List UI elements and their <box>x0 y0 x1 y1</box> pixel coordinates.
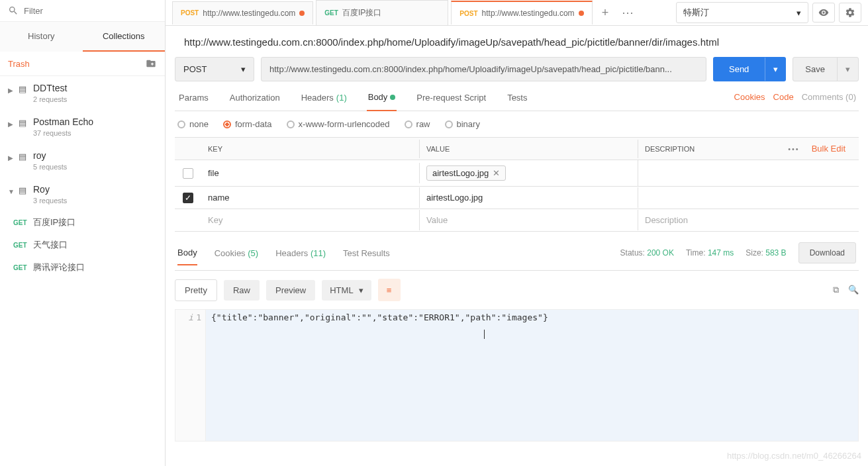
collection-name: roy <box>33 150 67 161</box>
body-type-none[interactable]: none <box>177 119 209 129</box>
row-checkbox[interactable]: ✓ <box>183 193 193 203</box>
copy-icon[interactable]: ⧉ <box>833 285 839 295</box>
save-dropdown[interactable]: ▾ <box>837 58 858 81</box>
send-button[interactable]: Send ▾ <box>713 57 786 81</box>
collection-item[interactable]: ▼ ▤ Roy3 requests <box>0 177 165 211</box>
col-value: VALUE <box>420 140 638 158</box>
download-button[interactable]: Download <box>798 242 856 263</box>
tab-body[interactable]: Body <box>367 92 397 111</box>
settings-button[interactable] <box>839 3 861 23</box>
request-item[interactable]: GET天气接口 <box>0 234 165 256</box>
response-body-editor[interactable]: i1 {"title":"banner","original":"","stat… <box>175 309 859 442</box>
resp-tab-headers[interactable]: Headers (11) <box>275 248 326 265</box>
body-type-raw[interactable]: raw <box>405 119 430 129</box>
value-cell[interactable]: airtestLogo.jpg <box>420 187 638 208</box>
desc-cell[interactable] <box>638 193 859 203</box>
desc-cell[interactable] <box>638 168 859 179</box>
tab-prerequest[interactable]: Pre-request Script <box>415 92 487 111</box>
send-dropdown[interactable]: ▾ <box>765 58 786 81</box>
method-badge: GET <box>324 9 338 17</box>
save-button[interactable]: Save ▾ <box>793 57 859 81</box>
tab-collections[interactable]: Collections <box>83 22 166 52</box>
response-type-selector[interactable]: HTML▾ <box>322 280 371 301</box>
view-raw[interactable]: Raw <box>224 280 260 301</box>
method-selector[interactable]: POST ▾ <box>175 57 254 81</box>
cookies-link[interactable]: Cookies <box>734 92 765 103</box>
time-value: 147 ms <box>708 248 734 257</box>
tab-headers[interactable]: Headers (1) <box>300 92 348 111</box>
save-label: Save <box>793 58 837 81</box>
desc-input[interactable]: Description <box>638 210 859 230</box>
caret-icon: ▶ <box>8 120 15 128</box>
file-name: airtestLogo.jpg <box>432 168 489 178</box>
table-row: file airtestLogo.jpg ✕ <box>175 160 859 187</box>
new-tab-button[interactable]: + <box>595 1 616 25</box>
tab-history[interactable]: History <box>0 22 83 52</box>
request-tab[interactable]: POST http://www.testingedu.com <box>172 1 313 24</box>
environment-selector[interactable]: 特斯汀 ▾ <box>676 2 808 23</box>
main: POST http://www.testingedu.com GET 百度IP接… <box>166 0 868 466</box>
tab-params[interactable]: Params <box>177 92 210 111</box>
folder-icon: ▤ <box>19 118 26 128</box>
folder-icon: ▤ <box>19 185 26 195</box>
view-preview[interactable]: Preview <box>266 280 315 301</box>
method-badge: GET <box>13 219 33 226</box>
code-link[interactable]: Code <box>773 92 794 103</box>
resp-tab-tests[interactable]: Test Results <box>343 248 390 265</box>
folder-icon: ▤ <box>19 84 26 94</box>
collection-name: DDTtest <box>33 83 67 93</box>
key-input[interactable]: Key <box>201 210 420 230</box>
row-checkbox[interactable] <box>183 168 193 179</box>
body-indicator-icon <box>390 95 395 100</box>
method-badge: GET <box>13 264 33 271</box>
bulk-edit-link[interactable]: Bulk Edit <box>805 144 852 154</box>
key-cell[interactable]: file <box>201 163 420 183</box>
view-pretty[interactable]: Pretty <box>175 279 217 301</box>
request-title: http://www.testingedu.com.cn:8000/index.… <box>175 32 859 57</box>
new-collection-icon[interactable] <box>145 58 157 69</box>
wrap-lines-button[interactable]: ≡ <box>378 279 401 301</box>
remove-file-icon[interactable]: ✕ <box>493 168 500 178</box>
sidebar: History Collections Trash ▶ ▤ DDTtest2 r… <box>0 0 166 466</box>
filter-input[interactable] <box>24 6 157 16</box>
value-input[interactable]: Value <box>420 210 638 230</box>
unsaved-dot-icon <box>299 11 305 16</box>
comments-link[interactable]: Comments (0) <box>802 92 856 103</box>
unsaved-dot-icon <box>579 11 584 16</box>
resp-tab-cookies[interactable]: Cookies (5) <box>215 248 258 265</box>
request-tab-active[interactable]: POST http://www.testingedu.com <box>451 1 592 24</box>
collection-item[interactable]: ▶ ▤ DDTtest2 requests <box>0 76 165 110</box>
collection-item[interactable]: ▶ ▤ Postman Echo37 requests <box>0 110 165 144</box>
filter-row <box>0 0 165 22</box>
body-type-binary[interactable]: binary <box>445 119 480 129</box>
response-panel: Body Cookies (5) Headers (11) Test Resul… <box>175 236 859 442</box>
request-item[interactable]: GET腾讯评论接口 <box>0 256 165 279</box>
body-type-urlencoded[interactable]: x-www-form-urlencoded <box>287 119 390 129</box>
tab-tests[interactable]: Tests <box>506 92 528 111</box>
collection-sub: 3 requests <box>33 197 67 205</box>
url-input[interactable]: http://www.testingedu.com.cn:8000/index.… <box>261 57 706 81</box>
collections-list: ▶ ▤ DDTtest2 requests ▶ ▤ Postman Echo37… <box>0 76 165 466</box>
collection-name: Roy <box>33 184 67 195</box>
environment-preview-button[interactable] <box>812 3 835 23</box>
request-item[interactable]: GET百度IP接口 <box>0 211 165 234</box>
response-text: {"title":"banner","original":"","state":… <box>206 310 858 441</box>
request-tab[interactable]: GET 百度IP接口 <box>316 0 448 25</box>
value-cell[interactable]: airtestLogo.jpg ✕ <box>420 160 638 186</box>
tab-overflow-button[interactable]: ⋯ <box>615 0 640 25</box>
body-type-formdata[interactable]: form-data <box>223 119 272 129</box>
trash-link[interactable]: Trash <box>8 59 30 69</box>
resp-tab-body[interactable]: Body <box>177 248 197 265</box>
key-cell[interactable]: name <box>201 187 420 208</box>
table-more-button[interactable]: ••• <box>783 145 805 153</box>
text-cursor-icon <box>484 330 485 339</box>
tab-authorization[interactable]: Authorization <box>228 92 281 111</box>
collection-name: Postman Echo <box>33 117 93 127</box>
col-desc: DESCRIPTION <box>645 145 783 153</box>
search-response-icon[interactable]: 🔍 <box>848 285 859 295</box>
request-label: 天气接口 <box>33 239 68 251</box>
collection-item[interactable]: ▶ ▤ roy5 requests <box>0 144 165 177</box>
chevron-down-icon: ▾ <box>359 285 363 295</box>
folder-icon: ▤ <box>19 152 26 162</box>
environment-name: 特斯汀 <box>683 7 709 19</box>
